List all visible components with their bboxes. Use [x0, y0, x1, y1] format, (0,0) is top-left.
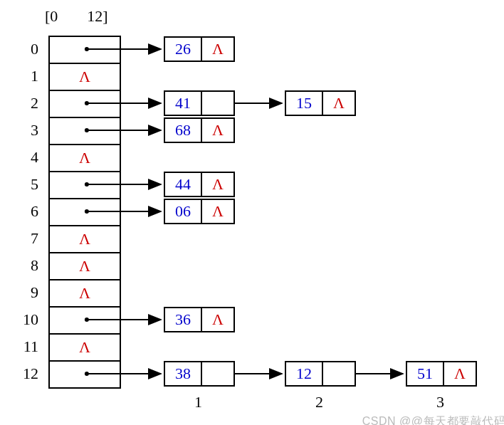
chain-length-label: 2: [315, 393, 323, 411]
bucket-slot: [50, 37, 120, 64]
bucket-slot: Λ: [50, 226, 120, 253]
node-value: 12: [286, 362, 323, 385]
index-label: 6: [14, 198, 43, 225]
null-lambda-icon: Λ: [79, 68, 90, 85]
list-node: 41: [164, 90, 235, 116]
node-value: 51: [407, 362, 444, 385]
node-null-icon: Λ: [444, 362, 476, 385]
index-label: 5: [14, 171, 43, 198]
null-lambda-icon: Λ: [79, 149, 90, 167]
node-value: 15: [286, 92, 323, 115]
list-node: 38: [164, 361, 235, 387]
range-close: 12]: [87, 7, 107, 26]
list-node: 68Λ: [164, 117, 235, 143]
index-label: 2: [14, 90, 43, 117]
bucket-slot: [50, 308, 120, 335]
node-value: 38: [165, 362, 202, 385]
bucket-slot: [50, 362, 120, 389]
null-lambda-icon: Λ: [79, 230, 90, 248]
hash-table-diagram: [0 12] 0123456789101112 ΛΛΛΛΛΛ 26Λ4115Λ6…: [7, 7, 504, 425]
list-node: 36Λ: [164, 307, 235, 332]
bucket-slot: [50, 199, 120, 226]
index-label: 1: [14, 63, 43, 90]
index-label: 12: [14, 360, 43, 387]
list-node: 06Λ: [164, 199, 235, 224]
index-label: 8: [14, 252, 43, 279]
node-value: 06: [165, 200, 202, 223]
list-node: 12: [285, 361, 356, 387]
bucket-slot: [50, 91, 120, 118]
index-column: 0123456789101112: [14, 36, 43, 387]
index-label: 0: [14, 36, 43, 63]
node-null-icon: Λ: [202, 308, 233, 331]
index-label: 10: [14, 306, 43, 333]
bucket-slot: Λ: [50, 253, 120, 280]
bucket-slot: Λ: [50, 335, 120, 362]
node-null-icon: Λ: [202, 38, 233, 61]
array-range-label: [0 12]: [45, 7, 108, 26]
bucket-slot: Λ: [50, 64, 120, 91]
bucket-slot: [50, 118, 120, 145]
bucket-slot: Λ: [50, 280, 120, 308]
null-lambda-icon: Λ: [79, 338, 90, 356]
node-next-pointer: [202, 362, 233, 385]
list-node: 15Λ: [285, 90, 356, 116]
list-node: 44Λ: [164, 172, 235, 197]
node-null-icon: Λ: [202, 200, 233, 223]
index-label: 3: [14, 117, 43, 144]
node-null-icon: Λ: [323, 92, 355, 115]
chain-length-label: 3: [436, 393, 444, 411]
node-value: 36: [165, 308, 202, 331]
index-label: 4: [14, 144, 43, 171]
null-lambda-icon: Λ: [79, 284, 90, 302]
list-node: 51Λ: [406, 361, 477, 387]
index-label: 7: [14, 225, 43, 252]
bucket-slot: Λ: [50, 145, 120, 172]
watermark-text: CSDN @@每天都要敲代码: [362, 414, 504, 425]
node-value: 68: [165, 119, 202, 142]
node-null-icon: Λ: [202, 119, 233, 142]
chain-length-label: 1: [194, 393, 202, 411]
node-next-pointer: [202, 92, 233, 115]
bucket-array: ΛΛΛΛΛΛ: [48, 36, 121, 389]
node-value: 26: [165, 38, 202, 61]
index-label: 11: [14, 333, 43, 360]
bucket-slot: [50, 172, 120, 199]
node-null-icon: Λ: [202, 173, 233, 196]
index-label: 9: [14, 279, 43, 306]
list-node: 26Λ: [164, 36, 235, 62]
range-open: [0: [45, 7, 58, 26]
node-next-pointer: [323, 362, 355, 385]
node-value: 44: [165, 173, 202, 196]
null-lambda-icon: Λ: [79, 257, 90, 275]
node-value: 41: [165, 92, 202, 115]
